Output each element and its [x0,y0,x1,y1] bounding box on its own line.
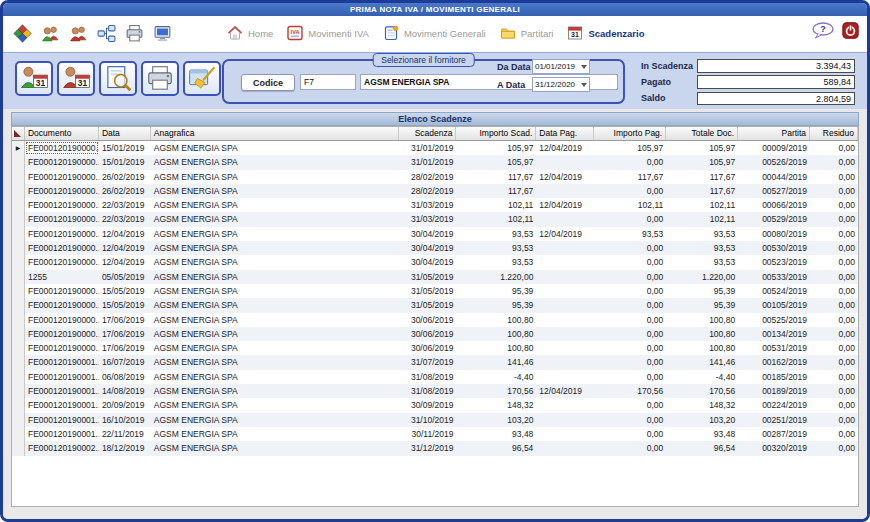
cell: 93,53 [666,227,738,241]
cell: -4,40 [456,370,536,384]
row-selector [12,170,25,184]
cell: 31/05/2019 [399,270,457,284]
in-scadenza-value: 3.394,43 [697,59,855,73]
column-header-importo-pag[interactable]: Importo Pag. [594,127,666,140]
help-bubble-icon[interactable]: ? [811,22,835,39]
cell: 31/05/2019 [399,284,457,298]
power-icon[interactable] [842,22,859,39]
table-row[interactable]: FE000120190000...17/06/2019AGSM ENERGIA … [12,327,858,341]
printer-icon[interactable] [125,24,144,43]
column-header-data-pag[interactable]: Data Pag. [536,127,594,140]
cell: 102,11 [594,198,666,212]
table-row[interactable]: ▶FE000120190000...15/01/2019AGSM ENERGIA… [12,141,858,155]
table-row[interactable]: FE000120190001...16/10/2019AGSM ENERGIA … [12,413,858,427]
table-row[interactable]: FE000120190000...12/04/2019AGSM ENERGIA … [12,227,858,241]
codice-button[interactable]: Codice [241,74,295,91]
cell: 00044/2019 [738,170,810,184]
users-red-icon[interactable] [69,24,88,43]
cell: 0,00 [810,155,858,169]
column-header-documento[interactable]: Documento [25,127,99,140]
cell: 17/06/2019 [99,327,151,341]
cell: AGSM ENERGIA SPA [151,255,399,269]
table-row[interactable]: FE000120190000...15/05/2019AGSM ENERGIA … [12,298,858,312]
cell: FE000120190001... [25,413,99,427]
a-data-select[interactable]: 31/12/2020 [532,77,590,92]
column-header-importo-scad[interactable]: Importo Scad. [456,127,536,140]
cell: AGSM ENERGIA SPA [151,141,399,155]
column-header-scadenza[interactable]: Scadenza [399,127,457,140]
cell [536,155,594,169]
cell: 0,00 [810,384,858,398]
clear-button[interactable] [183,61,221,96]
table-row[interactable]: FE000120190001...16/07/2019AGSM ENERGIA … [12,355,858,369]
cell: FE000120190001... [25,384,99,398]
table-row[interactable]: FE000120190001...20/09/2019AGSM ENERGIA … [12,398,858,412]
cell: 0,00 [810,441,858,455]
table-row[interactable]: FE000120190000...22/03/2019AGSM ENERGIA … [12,198,858,212]
cell [536,313,594,327]
row-selector [12,427,25,441]
cell: AGSM ENERGIA SPA [151,413,399,427]
table-row[interactable]: FE000120190000...22/03/2019AGSM ENERGIA … [12,212,858,226]
cell: 0,00 [594,427,666,441]
cell: AGSM ENERGIA SPA [151,198,399,212]
a-data-value: 31/12/2020 [535,80,575,89]
table-row[interactable]: FE000120190000...26/02/2019AGSM ENERGIA … [12,184,858,198]
cell: 31/08/2019 [399,370,457,384]
table-row[interactable]: FE000120190000...17/06/2019AGSM ENERGIA … [12,341,858,355]
cell: AGSM ENERGIA SPA [151,212,399,226]
cell: 93,53 [666,241,738,255]
nav-item-movimenti-generali[interactable]: Movimenti Generali [383,25,486,41]
cell: 12/04/2019 [536,384,594,398]
nav-item-home[interactable]: Home [227,25,273,41]
cell: FE000120190001... [25,355,99,369]
cell: 105,97 [666,141,738,155]
cube-icon[interactable] [13,24,32,43]
cell: AGSM ENERGIA SPA [151,241,399,255]
row-selector [12,284,25,298]
select-all-corner[interactable] [12,127,25,140]
table-row[interactable]: FE000120190001...06/08/2019AGSM ENERGIA … [12,370,858,384]
column-header-data[interactable]: Data [99,127,151,140]
nav-item-scadenzario[interactable]: 31 Scadenzario [567,25,644,41]
table-row[interactable]: FE000120190000...26/02/2019AGSM ENERGIA … [12,170,858,184]
print-button[interactable] [141,61,179,96]
svg-text:?: ? [820,24,826,34]
customer-schedule-button[interactable]: 31 [15,61,53,96]
da-data-select[interactable]: 01/01/2019 [532,59,590,74]
row-selector [12,413,25,427]
table-row[interactable]: FE000120190000...12/04/2019AGSM ENERGIA … [12,241,858,255]
folder-icon [500,25,516,41]
cell: 95,39 [456,284,536,298]
org-chart-icon[interactable] [97,24,116,43]
cell: 0,00 [810,413,858,427]
users-green-icon[interactable] [41,24,60,43]
supplier-schedule-button[interactable]: 31 [57,61,95,96]
cell [536,255,594,269]
cell: 0,00 [594,313,666,327]
row-selector [12,370,25,384]
table-row[interactable]: 125505/05/2019AGSM ENERGIA SPA31/05/2019… [12,270,858,284]
column-header-partita[interactable]: Partita [738,127,810,140]
preview-button[interactable] [99,61,137,96]
cell: AGSM ENERGIA SPA [151,327,399,341]
column-header-anagrafica[interactable]: Anagrafica [151,127,399,140]
cell: 00189/2019 [738,384,810,398]
table-row[interactable]: FE000120190001...22/11/2019AGSM ENERGIA … [12,427,858,441]
table-row[interactable]: FE000120190000...15/05/2019AGSM ENERGIA … [12,284,858,298]
monitor-icon[interactable] [153,24,172,43]
codice-input[interactable] [300,74,356,90]
table-row[interactable]: FE000120190000...17/06/2019AGSM ENERGIA … [12,313,858,327]
nav-item-partitari[interactable]: Partitari [500,25,554,41]
cell: 00523/2019 [738,255,810,269]
app-window: PRIMA NOTA IVA / MOVIMENTI GENERALI [0,0,870,522]
cell: 1.220,00 [666,270,738,284]
nav-item-movimenti-iva[interactable]: IVA Movimenti IVA [287,25,369,41]
column-header-totale-doc[interactable]: Totale Doc. [666,127,738,140]
cell: 103,20 [666,413,738,427]
table-row[interactable]: FE000120190002...18/12/2019AGSM ENERGIA … [12,441,858,455]
column-header-residuo[interactable]: Residuo [810,127,858,140]
table-row[interactable]: FE000120190001...14/08/2019AGSM ENERGIA … [12,384,858,398]
table-row[interactable]: FE000120190000...15/01/2019AGSM ENERGIA … [12,155,858,169]
table-row[interactable]: FE000120190000...12/04/2019AGSM ENERGIA … [12,255,858,269]
